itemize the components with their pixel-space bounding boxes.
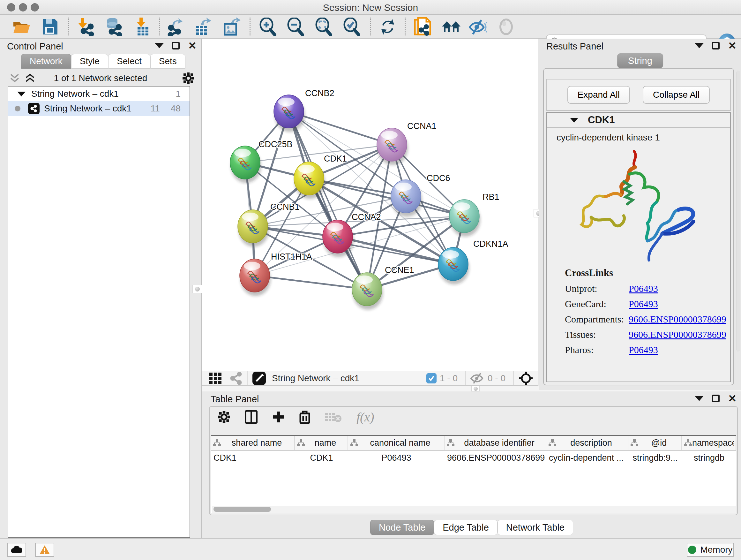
network-row[interactable]: String Network – cdk1 11 48 [8,101,190,116]
crosslink-row: Tissues:9606.ENSP00000378699 [565,329,730,340]
column-header--id[interactable]: @id [628,436,682,450]
import-network-database-button[interactable] [103,17,124,36]
network-collection-row[interactable]: String Network – cdk1 1 [8,86,190,101]
crosslink-link[interactable]: 9606.ENSP00000378699 [629,329,726,340]
table-settings-gear-icon[interactable] [218,411,230,423]
grid-view-icon[interactable] [209,372,223,385]
tab-style[interactable]: Style [71,54,108,69]
column-header-name[interactable]: name [295,436,348,450]
panel-float-icon[interactable] [172,42,180,50]
crosslink-link[interactable]: 9606.ENSP00000378699 [629,314,726,325]
warning-status-button[interactable] [35,543,54,557]
panel-close-icon[interactable]: ✕ [188,42,197,50]
collapse-all-button[interactable]: Collapse All [643,86,710,104]
selected-nodes-checkbox[interactable] [426,373,436,383]
eye-icon [498,18,515,35]
home-networks-button[interactable] [441,17,462,36]
table-cell: stringdb:9... [628,453,682,463]
memory-label: Memory [700,545,732,555]
zoom-selected-button[interactable] [341,17,362,36]
hidden-counts: 0 - 0 [488,373,506,383]
zoom-in-button[interactable] [258,17,279,36]
panel-collapse-icon[interactable] [695,43,704,48]
tab-sets[interactable]: Sets [150,54,185,69]
delete-column-icon[interactable] [299,410,311,424]
panel-collapse-icon[interactable] [695,396,704,401]
node-table[interactable]: shared namenamecanonical namedatabase id… [211,435,736,513]
refresh-button[interactable] [377,17,398,36]
share-view-icon[interactable] [230,372,243,385]
show-columns-icon[interactable] [245,410,258,424]
network-canvas[interactable]: CCNB2CCNA1CDC25BCDK1CDC6RB1CCNB1CCNA2CDK… [202,39,538,371]
expand-all-button[interactable]: Expand All [567,86,630,104]
collection-count: 1 [176,89,181,99]
column-header-description[interactable]: description [546,436,628,450]
main-toolbar: ? [0,15,741,39]
export-image-button[interactable] [221,17,243,36]
crosslink-link[interactable]: P06493 [629,283,658,294]
table-toolbar: f(x) [210,407,737,427]
status-bar: Memory [0,538,741,560]
control-panel-header: Control Panel ✕ [0,39,201,53]
crosslink-label: Compartments: [565,314,629,325]
tab-network[interactable]: Network [21,54,71,69]
function-builder-icon[interactable]: f(x) [356,410,374,425]
save-session-button[interactable] [40,17,61,36]
import-network-file-button[interactable] [75,17,96,36]
node-label-hist1h1a: HIST1H1A [271,252,312,261]
network-graph[interactable]: CCNB2CCNA1CDC25BCDK1CDC6RB1CCNB1CCNA2CDK… [202,39,538,371]
refresh-icon [379,18,396,36]
zoom-fit-button[interactable] [313,17,334,36]
tab-string[interactable]: String [617,53,663,68]
column-header-shared-name[interactable]: shared name [211,436,295,450]
gear-icon[interactable] [183,72,194,84]
tab-edge-table[interactable]: Edge Table [434,520,497,535]
section-expand-icon[interactable] [570,118,578,123]
table-horizontal-scrollbar[interactable] [212,506,736,513]
import-table-button[interactable] [132,17,153,36]
column-header-namespace[interactable]: namespace [682,436,736,450]
column-header-canonical-name[interactable]: canonical name [348,436,445,450]
hidden-items-icon[interactable] [470,373,484,384]
node-count: 11 [151,104,160,114]
export-network-icon [166,17,185,36]
splitter-handle[interactable] [471,386,480,391]
string-results-box: Expand All Collapse All CDK1 cyclin-depe… [543,68,734,385]
crosslink-link[interactable]: P06493 [629,299,658,309]
panel-close-icon[interactable]: ✕ [728,42,737,50]
panel-close-icon[interactable]: ✕ [728,395,737,402]
toolbar-separator [370,17,371,36]
zoom-in-icon [259,17,277,36]
hide-glass-button[interactable] [467,17,488,36]
column-header-database-identifier[interactable]: database identifier [445,436,546,450]
delete-table-icon[interactable] [325,412,342,422]
navigate-crosshair-icon[interactable] [518,371,534,385]
tab-select[interactable]: Select [108,54,150,69]
share-document-button[interactable] [412,17,433,36]
tab-node-table[interactable]: Node Table [370,520,434,535]
panel-float-icon[interactable] [712,395,720,402]
results-scrollbar[interactable] [737,71,740,352]
export-network-button[interactable] [165,17,186,36]
panel-collapse-icon[interactable] [155,43,164,48]
column-type-icon [297,439,305,447]
homes-icon [441,19,461,35]
tree-expand-icon[interactable] [17,91,25,97]
panel-float-icon[interactable] [712,42,720,50]
splitter-handle[interactable] [192,285,202,293]
network-row-label: String Network – cdk1 [44,104,131,114]
cloud-status-button[interactable] [7,543,26,557]
zoom-out-button[interactable] [285,17,307,36]
birdseye-view-button[interactable] [252,371,266,385]
export-table-button[interactable] [193,17,214,36]
tab-network-table[interactable]: Network Table [497,520,573,535]
table-row[interactable]: CDK1CDK1P064939606.ENSP00000378699cyclin… [211,450,736,465]
open-session-button[interactable] [11,17,32,36]
network-collection-label: String Network – cdk1 [31,89,119,99]
show-glass-button[interactable] [495,17,517,36]
add-column-icon[interactable] [272,411,284,423]
memory-button[interactable]: Memory [687,543,734,557]
crosslink-link[interactable]: P06493 [629,345,658,355]
node-details-header[interactable]: CDK1 [547,113,730,128]
node-label-cdc6: CDC6 [427,173,450,183]
